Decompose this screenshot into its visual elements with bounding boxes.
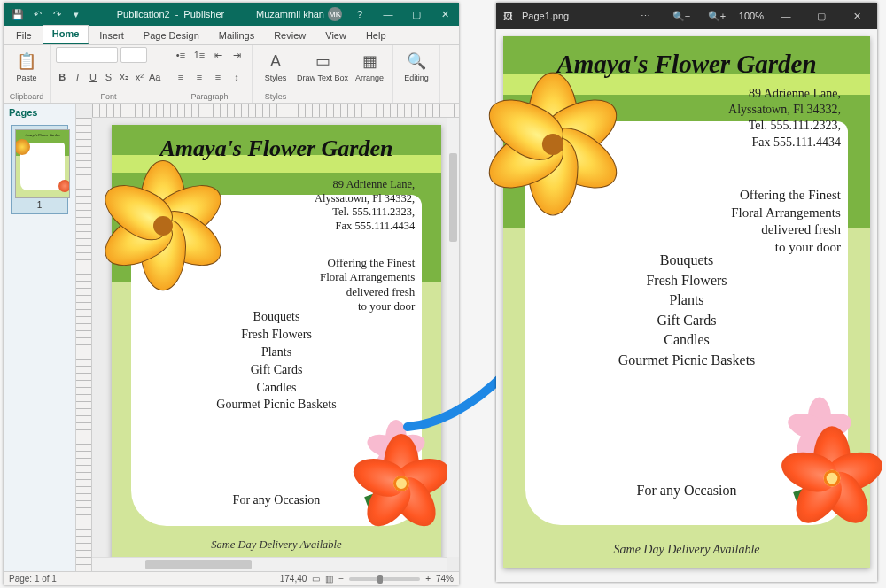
flyer-items: Bouquets Fresh Flowers Plants Gift Cards… bbox=[503, 251, 870, 371]
page-thumbnail[interactable]: Amaya's Flower Garden 1 bbox=[11, 125, 68, 214]
underline-button[interactable]: U bbox=[87, 69, 99, 85]
align-right-button[interactable]: ≡ bbox=[210, 69, 226, 85]
user-avatar: MK bbox=[328, 7, 342, 21]
tab-page-design[interactable]: Page Design bbox=[135, 27, 208, 44]
tab-home[interactable]: Home bbox=[43, 25, 89, 44]
strike-button[interactable]: S bbox=[102, 69, 114, 85]
zoom-out-button[interactable]: 🔍− bbox=[668, 3, 695, 29]
tab-help[interactable]: Help bbox=[357, 27, 395, 44]
tab-view[interactable]: View bbox=[316, 27, 355, 44]
view-spread-icon[interactable]: ▥ bbox=[325, 574, 333, 584]
redo-button[interactable]: ↷ bbox=[48, 5, 66, 23]
publisher-window: 💾 ↶ ↷ ▾ Publication2 - Publisher Muzammi… bbox=[4, 3, 459, 585]
styles-icon: A bbox=[265, 50, 286, 72]
zoom-value[interactable]: 74% bbox=[436, 574, 454, 584]
help-button[interactable]: ? bbox=[346, 3, 374, 26]
quick-access-toolbar: 💾 ↶ ↷ ▾ bbox=[4, 5, 85, 23]
paste-button[interactable]: 📋 Paste bbox=[9, 47, 44, 86]
group-label-clipboard: Clipboard bbox=[9, 90, 44, 101]
superscript-button[interactable]: x² bbox=[133, 69, 145, 85]
indent-dec-button[interactable]: ⇤ bbox=[210, 47, 226, 63]
close-button[interactable]: ✕ bbox=[431, 3, 459, 26]
zoom-in-button[interactable]: + bbox=[425, 574, 431, 584]
lily-flower-icon bbox=[485, 76, 621, 213]
ruler-horizontal bbox=[92, 104, 459, 118]
tab-review[interactable]: Review bbox=[265, 27, 315, 44]
user-area[interactable]: Muzammil khan MK bbox=[256, 7, 346, 21]
maximize-button[interactable]: ▢ bbox=[402, 3, 431, 26]
view-single-icon[interactable]: ▭ bbox=[312, 574, 320, 584]
red-flower-icon bbox=[344, 426, 459, 541]
flyer-items: Bouquets Fresh Flowers Plants Gift Cards… bbox=[112, 309, 441, 414]
red-flower-icon bbox=[772, 418, 886, 539]
ribbon-group-styles: A Styles Styles bbox=[253, 45, 299, 103]
scrollbar-vertical[interactable] bbox=[447, 118, 459, 557]
canvas-area[interactable]: Amaya's Flower Garden 89 Adrienne Lane, … bbox=[76, 104, 459, 571]
viewer-close-button[interactable]: ✕ bbox=[843, 3, 870, 29]
user-name: Muzammil khan bbox=[256, 9, 324, 19]
align-left-button[interactable]: ≡ bbox=[173, 69, 189, 85]
zoom-out-button[interactable]: − bbox=[338, 574, 344, 584]
document-name: Publication2 bbox=[117, 9, 170, 19]
tab-mailings[interactable]: Mailings bbox=[210, 27, 263, 44]
more-button[interactable]: ⋯ bbox=[633, 3, 659, 29]
flyer-tagline: Offering the Finest Floral Arrangements … bbox=[320, 256, 415, 313]
font-size-dropdown[interactable] bbox=[120, 47, 147, 63]
ribbon-group-editing: 🔍 Editing bbox=[393, 45, 440, 103]
quick-more-button[interactable]: ▾ bbox=[67, 5, 85, 23]
exported-image: Amaya's Flower Garden 89 Adrienne Lane, … bbox=[503, 36, 870, 568]
flyer-tagline: Offering the Finest Floral Arrangements … bbox=[731, 187, 841, 256]
group-label-paragraph: Paragraph bbox=[173, 90, 246, 101]
viewer-maximize-button[interactable]: ▢ bbox=[808, 3, 835, 29]
flyer-address: 89 Adrienne Lane, Alyssatown, Fl 34332, … bbox=[315, 178, 415, 234]
document-page[interactable]: Amaya's Flower Garden 89 Adrienne Lane, … bbox=[112, 125, 441, 561]
textbox-icon: ▭ bbox=[312, 50, 333, 72]
align-center-button[interactable]: ≡ bbox=[191, 69, 207, 85]
window-title: Publication2 - Publisher bbox=[85, 9, 256, 19]
menu-tabs: File Home Insert Page Design Mailings Re… bbox=[4, 26, 459, 45]
tab-insert[interactable]: Insert bbox=[90, 27, 133, 44]
image-viewer-window: 🖼 Page1.png ⋯ 🔍− 🔍+ 100% — ▢ ✕ Amaya's F… bbox=[496, 3, 877, 582]
styles-button[interactable]: A Styles bbox=[258, 47, 293, 86]
viewer-minimize-button[interactable]: — bbox=[773, 3, 799, 29]
status-bar: Page: 1 of 1 174,40 ▭ ▥ − + 74% bbox=[4, 571, 459, 585]
pages-panel-header: Pages bbox=[4, 104, 75, 121]
undo-button[interactable]: ↶ bbox=[28, 5, 46, 23]
zoom-in-button[interactable]: 🔍+ bbox=[703, 3, 730, 29]
image-icon: 🖼 bbox=[503, 11, 513, 21]
publisher-titlebar: 💾 ↶ ↷ ▾ Publication2 - Publisher Muzammi… bbox=[4, 3, 459, 26]
flyer-sameday: Same Day Delivery Available bbox=[503, 543, 870, 557]
paste-icon: 📋 bbox=[16, 50, 37, 72]
flyer-address: 89 Adrienne Lane, Alyssatown, Fl 34332, … bbox=[728, 86, 841, 151]
italic-button[interactable]: I bbox=[71, 69, 83, 85]
viewer-body[interactable]: Amaya's Flower Garden 89 Adrienne Lane, … bbox=[496, 29, 877, 582]
number-list-button[interactable]: 1≡ bbox=[191, 47, 207, 63]
font-family-dropdown[interactable] bbox=[56, 47, 118, 63]
flyer-title: Amaya's Flower Garden bbox=[112, 135, 441, 162]
arrange-icon: ▦ bbox=[359, 50, 380, 72]
editing-button[interactable]: 🔍 Editing bbox=[399, 47, 434, 86]
group-label-styles: Styles bbox=[258, 90, 293, 101]
clear-format-button[interactable]: Aa bbox=[149, 69, 161, 85]
ribbon-group-arrange: ▦ Arrange bbox=[346, 45, 393, 103]
line-spacing-button[interactable]: ↕ bbox=[229, 69, 245, 85]
ruler-vertical bbox=[76, 118, 92, 571]
arrange-button[interactable]: ▦ Arrange bbox=[352, 47, 387, 86]
ribbon-group-paragraph: •≡ 1≡ ⇤ ⇥ ≡ ≡ ≡ ↕ Paragraph bbox=[167, 45, 253, 103]
bold-button[interactable]: B bbox=[56, 69, 68, 85]
zoom-slider[interactable] bbox=[349, 577, 420, 581]
tab-file[interactable]: File bbox=[7, 27, 41, 44]
status-position: 174,40 bbox=[280, 574, 307, 584]
ribbon-group-font: B I U S x₂ x² Aa Font bbox=[51, 45, 167, 103]
indent-inc-button[interactable]: ⇥ bbox=[229, 47, 245, 63]
scrollbar-horizontal[interactable] bbox=[92, 557, 447, 571]
workspace: Pages Amaya's Flower Garden 1 bbox=[4, 104, 459, 571]
page-thumb-number: 1 bbox=[15, 198, 64, 210]
find-icon: 🔍 bbox=[406, 50, 427, 72]
bullet-list-button[interactable]: •≡ bbox=[173, 47, 189, 63]
save-button[interactable]: 💾 bbox=[9, 5, 27, 23]
draw-textbox-button[interactable]: ▭ Draw Text Box bbox=[305, 47, 340, 86]
subscript-button[interactable]: x₂ bbox=[118, 69, 130, 85]
minimize-button[interactable]: — bbox=[374, 3, 402, 26]
viewer-filename: Page1.png bbox=[522, 11, 569, 21]
